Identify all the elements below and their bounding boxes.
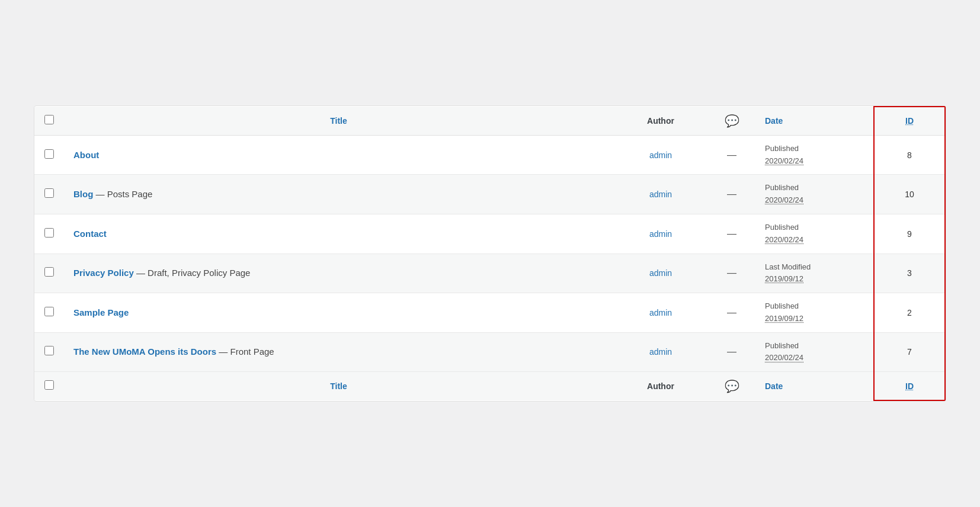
row-id-value-3: 9: [907, 229, 912, 239]
row-checkbox-cell: [34, 135, 64, 175]
row-title-link-4[interactable]: Privacy Policy: [73, 268, 134, 278]
row-author-cell-1: admin: [613, 135, 708, 175]
footer-id-cell: ID: [874, 372, 945, 401]
row-comments-cell-3: —: [708, 214, 755, 254]
table-footer-row: Title Author 💬 Date ID: [34, 372, 945, 401]
footer-title-cell: Title: [64, 372, 613, 401]
row-title-link-2[interactable]: Blog: [73, 189, 93, 199]
table-row: Contact admin — Published 2020/02/24 9: [34, 214, 945, 254]
row-checkbox-6[interactable]: [44, 346, 54, 355]
row-checkbox-3[interactable]: [44, 228, 54, 238]
row-date-cell-6: Published 2020/02/24: [755, 332, 874, 372]
row-author-cell-4: admin: [613, 254, 708, 293]
row-date-1: Published 2020/02/24: [765, 143, 864, 168]
header-title-cell: Title: [64, 107, 613, 136]
row-comments-dash-2: —: [727, 189, 736, 199]
row-id-cell-6: 7: [874, 332, 945, 372]
footer-checkbox-cell: [34, 372, 64, 401]
row-title-suffix-6: — Front Page: [216, 346, 274, 357]
row-author-link-3[interactable]: admin: [649, 229, 672, 239]
row-comments-dash-1: —: [727, 150, 736, 160]
title-column-header[interactable]: Title: [330, 116, 347, 126]
row-title-cell-4: Privacy Policy — Draft, Privacy Policy P…: [64, 254, 613, 293]
footer-author-cell: Author: [613, 372, 708, 401]
table-row: The New UMoMA Opens its Doors — Front Pa…: [34, 332, 945, 372]
row-title-link-1[interactable]: About: [73, 150, 99, 160]
row-checkbox-cell: [34, 214, 64, 254]
table-row: About admin — Published 2020/02/24 8: [34, 135, 945, 175]
row-comments-cell-6: —: [708, 332, 755, 372]
row-date-cell-5: Published 2019/09/12: [755, 293, 874, 333]
date-column-header[interactable]: Date: [765, 116, 783, 126]
row-date-label-1: Published: [765, 144, 799, 153]
author-column-header: Author: [647, 116, 674, 126]
row-comments-cell-1: —: [708, 135, 755, 175]
row-id-value-5: 2: [907, 308, 912, 317]
row-date-value-6: 2020/02/24: [765, 353, 803, 362]
row-checkbox-5[interactable]: [44, 307, 54, 316]
row-id-value-4: 3: [907, 268, 912, 278]
row-checkbox-1[interactable]: [44, 149, 54, 159]
row-date-label-4: Last Modified: [765, 262, 811, 271]
row-comments-cell-5: —: [708, 293, 755, 333]
row-date-3: Published 2020/02/24: [765, 222, 864, 246]
row-id-cell-3: 9: [874, 214, 945, 254]
row-id-value-1: 8: [907, 150, 912, 160]
row-title-suffix-4: — Draft, Privacy Policy Page: [134, 268, 251, 278]
row-id-cell-2: 10: [874, 175, 945, 214]
header-checkbox-cell: [34, 107, 64, 136]
select-all-checkbox[interactable]: [44, 115, 54, 124]
header-comments-cell: 💬: [708, 107, 755, 136]
row-date-value-5: 2019/09/12: [765, 314, 803, 323]
row-author-link-2[interactable]: admin: [649, 190, 672, 199]
row-author-cell-2: admin: [613, 175, 708, 214]
row-author-cell-3: admin: [613, 214, 708, 254]
row-checkbox-cell: [34, 254, 64, 293]
row-title-link-5[interactable]: Sample Page: [73, 307, 129, 317]
row-title-cell-2: Blog — Posts Page: [64, 175, 613, 214]
footer-title-header[interactable]: Title: [330, 381, 347, 391]
row-comments-dash-3: —: [727, 229, 736, 239]
footer-date-cell: Date: [755, 372, 874, 401]
row-id-cell-5: 2: [874, 293, 945, 333]
row-id-value-2: 10: [905, 190, 914, 199]
table-row: Blog — Posts Page admin — Published 2020…: [34, 175, 945, 214]
row-author-link-1[interactable]: admin: [649, 150, 672, 160]
footer-comments-cell: 💬: [708, 372, 755, 401]
pages-table-container: Title Author 💬 Date ID: [34, 105, 946, 402]
row-date-label-3: Published: [765, 223, 799, 232]
row-date-value-3: 2020/02/24: [765, 235, 803, 244]
row-date-value-1: 2020/02/24: [765, 156, 803, 165]
row-date-cell-4: Last Modified 2019/09/12: [755, 254, 874, 293]
table-row: Sample Page admin — Published 2019/09/12…: [34, 293, 945, 333]
row-date-5: Published 2019/09/12: [765, 300, 864, 325]
table-row: Privacy Policy — Draft, Privacy Policy P…: [34, 254, 945, 293]
row-checkbox-4[interactable]: [44, 267, 54, 277]
row-id-cell-4: 3: [874, 254, 945, 293]
row-title-cell-1: About: [64, 135, 613, 175]
row-author-cell-6: admin: [613, 332, 708, 372]
id-column-header[interactable]: ID: [905, 116, 914, 126]
row-comments-dash-4: —: [727, 268, 736, 278]
row-checkbox-2[interactable]: [44, 188, 54, 198]
row-author-link-5[interactable]: admin: [649, 308, 672, 317]
row-date-cell-2: Published 2020/02/24: [755, 175, 874, 214]
row-author-link-6[interactable]: admin: [649, 347, 672, 357]
row-comments-cell-4: —: [708, 254, 755, 293]
row-comments-dash-6: —: [727, 346, 736, 357]
header-id-cell: ID: [874, 107, 945, 136]
footer-author-header: Author: [647, 381, 674, 391]
footer-comments-icon: 💬: [725, 379, 739, 393]
row-title-link-6[interactable]: The New UMoMA Opens its Doors: [73, 346, 216, 357]
row-date-label-5: Published: [765, 301, 799, 310]
row-author-cell-5: admin: [613, 293, 708, 333]
row-date-cell-3: Published 2020/02/24: [755, 214, 874, 254]
row-title-link-3[interactable]: Contact: [73, 229, 107, 239]
footer-id-header[interactable]: ID: [905, 381, 914, 391]
footer-date-header[interactable]: Date: [765, 381, 783, 391]
pages-table: Title Author 💬 Date ID: [34, 106, 946, 402]
row-date-4: Last Modified 2019/09/12: [765, 261, 864, 286]
footer-select-all-checkbox[interactable]: [44, 380, 54, 390]
row-date-6: Published 2020/02/24: [765, 340, 864, 365]
row-author-link-4[interactable]: admin: [649, 268, 672, 278]
